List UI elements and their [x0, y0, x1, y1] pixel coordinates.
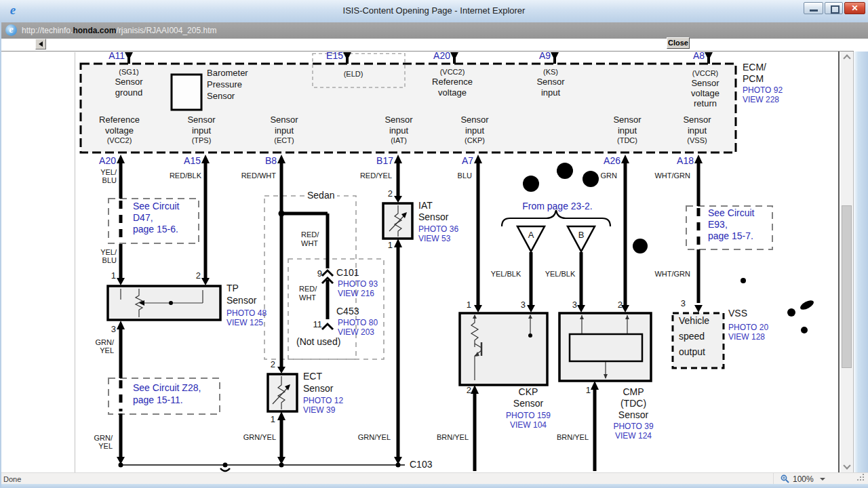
zoom-control[interactable]: 100%: [773, 473, 842, 485]
back-icon: [39, 41, 43, 47]
content-left-border: [75, 52, 75, 472]
content-top-border: [0, 51, 854, 52]
scrollbar-thumb[interactable]: [842, 205, 852, 368]
window-close-button[interactable]: ✕: [844, 2, 865, 14]
chevron-down-icon: [843, 462, 850, 469]
minimize-icon: [810, 9, 818, 12]
vertical-scrollbar[interactable]: [841, 52, 854, 472]
title-bar[interactable]: e ISIS-Content Opening Page - Internet E…: [0, 0, 868, 23]
window-border-bottom: [0, 484, 868, 488]
url-text[interactable]: http://techinfo.honda.com/rjanisis/RJAAI…: [22, 26, 216, 35]
resize-grip-icon[interactable]: [857, 479, 859, 481]
wiring-diagram-page: [0, 52, 868, 472]
window-border-right: [854, 52, 868, 484]
status-text: Done: [3, 475, 21, 483]
page-toolbar: Close: [0, 39, 868, 52]
zoom-level: 100%: [793, 474, 814, 484]
caret-down-icon: [820, 478, 825, 481]
scroll-down-button[interactable]: [841, 461, 853, 472]
url-domain: honda.com: [73, 26, 116, 35]
minimize-button[interactable]: [804, 2, 823, 14]
url-path: /rjanisis/RJAAI004_205.htm: [116, 26, 216, 35]
url-prefix: http://techinfo.: [22, 26, 73, 35]
close-page-button[interactable]: Close: [667, 37, 690, 49]
close-icon: ✕: [845, 3, 865, 13]
browser-window: e ISIS-Content Opening Page - Internet E…: [0, 0, 868, 488]
status-bar: Done 100%: [0, 472, 868, 485]
magnifier-icon: [781, 474, 789, 483]
chevron-up-icon: [843, 54, 850, 62]
maximize-icon: [831, 5, 840, 14]
window-border-left: [0, 22, 1, 488]
address-bar[interactable]: e http://techinfo.honda.com/rjanisis/RJA…: [0, 22, 868, 39]
maximize-button[interactable]: [825, 2, 843, 14]
ie-page-icon: e: [5, 24, 17, 36]
content-right-border: [838, 52, 840, 472]
window-title: ISIS-Content Opening Page - Internet Exp…: [0, 5, 868, 16]
back-button[interactable]: [35, 39, 46, 49]
scroll-up-button[interactable]: [841, 52, 853, 63]
